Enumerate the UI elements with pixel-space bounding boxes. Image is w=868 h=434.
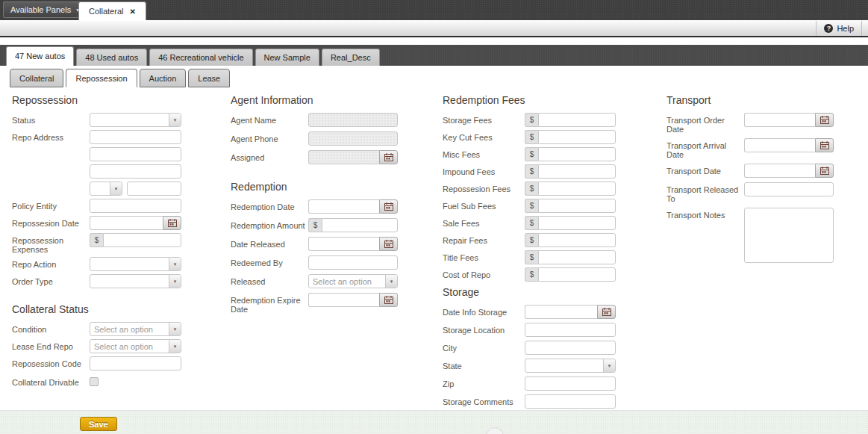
tab-repossession[interactable]: Repossession	[66, 69, 137, 87]
repo-address-line1-input[interactable]	[90, 130, 181, 144]
close-icon[interactable]: ✕	[129, 7, 135, 16]
reposession-code-input[interactable]	[90, 356, 181, 371]
transport-released-to-input[interactable]	[744, 182, 834, 196]
field-label: Reposession Code	[12, 356, 90, 368]
field-label-spacer	[12, 182, 90, 185]
field-row-date-info-storage: Date Info Storage	[443, 305, 616, 319]
transport-date-picker-button[interactable]	[815, 164, 834, 178]
currency-prefix: $	[525, 233, 538, 247]
cost-of-repo-input[interactable]	[538, 267, 616, 282]
collateral-drivable-checkbox[interactable]	[90, 377, 99, 386]
repo-action-select-value	[90, 258, 169, 270]
misc-fees-input[interactable]	[538, 147, 616, 161]
field-row-storage-fees: Storage Fees $	[443, 113, 616, 127]
sale-fees-input[interactable]	[538, 216, 616, 230]
save-button[interactable]: Save	[80, 417, 117, 431]
field-row-title-fees: Title Fees $	[443, 250, 616, 264]
repossesion-date-input[interactable]	[90, 216, 163, 230]
transport-notes-textarea[interactable]	[744, 208, 834, 263]
field-label: Redemption Amount	[231, 218, 308, 230]
panel-tab-new-autos[interactable]: 47 New autos	[6, 46, 74, 66]
field-label: Storage Fees	[443, 113, 525, 125]
date-released-input[interactable]	[308, 237, 379, 251]
impound-fees-input[interactable]	[538, 164, 616, 179]
field-row-agent-name: Agent Name	[231, 113, 398, 127]
chevron-down-icon[interactable]: ▾	[603, 359, 615, 372]
repo-address-zip-input[interactable]	[127, 182, 181, 196]
redemption-date-picker-button[interactable]	[379, 199, 398, 214]
tab-collateral[interactable]: Collateral	[10, 69, 63, 87]
field-row-city: City	[443, 341, 616, 355]
redemption-amount-input[interactable]	[322, 218, 398, 232]
chevron-down-icon[interactable]: ▾	[385, 275, 397, 288]
transport-arrival-date-picker-button[interactable]	[815, 138, 834, 152]
assigned-date-picker-button[interactable]	[379, 150, 398, 164]
currency-prefix: $	[525, 199, 538, 213]
tab-auction[interactable]: Auction	[140, 69, 187, 87]
currency-prefix: $	[525, 130, 538, 144]
fuel-sub-fees-input[interactable]	[538, 199, 616, 213]
chevron-down-icon[interactable]: ▾	[169, 275, 181, 288]
available-panels-label: Available Panels	[10, 5, 71, 14]
lease-end-repo-select[interactable]: Select an option ▾	[90, 339, 181, 353]
city-input[interactable]	[525, 341, 616, 355]
date-info-storage-input[interactable]	[525, 305, 597, 319]
redemption-expire-date-picker-button[interactable]	[379, 293, 398, 307]
repo-address-line2-input[interactable]	[90, 147, 181, 161]
repossesion-fees-input[interactable]	[538, 182, 616, 196]
column-repossession: Repossession Status ▾ Repo Address	[12, 94, 181, 390]
transport-order-date-picker-button[interactable]	[815, 113, 834, 127]
field-row-policy-entity: Policy Entity	[12, 199, 181, 213]
repo-address-state-select[interactable]: ▾	[90, 182, 122, 196]
repair-fees-input[interactable]	[538, 233, 616, 247]
field-row-cost-of-repo: Cost of Repo $	[443, 267, 616, 282]
storage-fees-input[interactable]	[538, 113, 616, 127]
currency-prefix: $	[525, 147, 538, 161]
help-button[interactable]: ? Help	[816, 21, 862, 36]
redemption-expire-date-input[interactable]	[308, 293, 379, 307]
open-panel-tab-collateral[interactable]: Collateral ✕	[78, 1, 146, 20]
tab-lease[interactable]: Lease	[188, 69, 230, 87]
panel-tab-used-autos[interactable]: 48 Used autos	[76, 49, 147, 66]
field-label: Agent Phone	[231, 131, 308, 143]
chevron-down-icon[interactable]: ▾	[169, 258, 181, 270]
panel-tab-recreational-vehicle[interactable]: 46 Recreational vehicle	[149, 49, 252, 66]
zip-input[interactable]	[525, 376, 616, 391]
calendar-icon	[168, 219, 177, 227]
condition-select[interactable]: Select an option ▾	[90, 322, 181, 336]
storage-location-input[interactable]	[525, 323, 616, 337]
released-select[interactable]: Select an option ▾	[308, 274, 398, 288]
title-fees-input[interactable]	[538, 250, 616, 264]
repo-address-city-input[interactable]	[90, 164, 181, 179]
chevron-down-icon[interactable]: ▾	[110, 182, 122, 195]
key-cut-fees-input[interactable]	[538, 130, 616, 144]
repossesion-date-picker-button[interactable]	[163, 216, 181, 230]
panel-tab-real-desc[interactable]: Real_Desc	[322, 49, 380, 66]
field-label: Repo Address	[12, 130, 90, 142]
repossession-expenses-input[interactable]	[103, 233, 181, 247]
field-label: Status	[12, 113, 90, 125]
field-label: Transport Date	[666, 164, 744, 176]
field-row-agent-phone: Agent Phone	[231, 131, 398, 146]
panel-tab-new-sample[interactable]: New Sample	[255, 49, 319, 66]
transport-order-date-input[interactable]	[744, 113, 815, 127]
storage-comments-input[interactable]	[525, 394, 616, 409]
date-released-picker-button[interactable]	[379, 237, 398, 251]
field-row-transport-date: Transport Date	[666, 164, 834, 178]
field-label: Fuel Sub Fees	[443, 199, 525, 211]
status-select[interactable]: ▾	[90, 113, 181, 127]
order-type-select[interactable]: ▾	[90, 274, 181, 288]
chevron-down-icon[interactable]: ▾	[169, 323, 181, 335]
chevron-down-icon[interactable]: ▾	[169, 114, 181, 126]
chevron-down-icon[interactable]: ▾	[169, 340, 181, 353]
date-info-storage-picker-button[interactable]	[597, 305, 616, 319]
redemption-date-input[interactable]	[308, 199, 379, 214]
transport-arrival-date-input[interactable]	[744, 138, 815, 152]
policy-entity-input[interactable]	[90, 199, 181, 213]
repo-action-select[interactable]: ▾	[90, 257, 181, 271]
app-window: Available Panels ▾ Collateral ✕ ? Help 4…	[0, 0, 868, 434]
redeemed-by-input[interactable]	[308, 255, 398, 270]
transport-date-input[interactable]	[744, 164, 815, 178]
available-panels-button[interactable]: Available Panels ▾	[3, 1, 87, 18]
state-select[interactable]: ▾	[525, 359, 616, 373]
